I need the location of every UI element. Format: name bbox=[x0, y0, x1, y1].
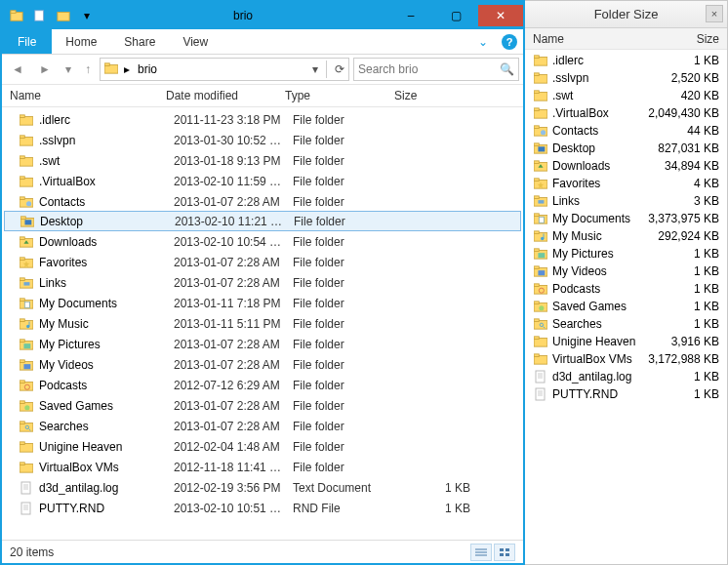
table-row[interactable]: My Pictures2013-01-07 2:28 AMFile folder bbox=[2, 334, 523, 354]
crumb-sep[interactable]: ▸ bbox=[122, 62, 132, 76]
list-item[interactable]: .VirtualBox2,049,430 KB bbox=[525, 104, 727, 122]
list-item[interactable]: Contacts44 KB bbox=[525, 122, 727, 140]
panel-close-button[interactable]: × bbox=[706, 5, 723, 22]
close-button[interactable]: ✕ bbox=[478, 5, 523, 26]
panel-col-size[interactable]: Size bbox=[641, 32, 719, 46]
file-date: 2012-02-19 3:56 PM bbox=[174, 481, 293, 495]
ribbon-share[interactable]: Share bbox=[110, 29, 169, 54]
table-row[interactable]: My Videos2013-01-07 2:28 AMFile folder bbox=[2, 354, 523, 375]
file-icon bbox=[18, 480, 35, 496]
svg-rect-67 bbox=[500, 553, 504, 556]
item-size: 44 KB bbox=[641, 124, 719, 138]
list-item[interactable]: Favorites4 KB bbox=[525, 175, 727, 192]
list-item[interactable]: Searches1 KB bbox=[525, 315, 727, 333]
downloads-icon bbox=[18, 234, 35, 250]
ribbon-view[interactable]: View bbox=[169, 29, 222, 54]
desktop-icon bbox=[533, 141, 548, 155]
ribbon-file[interactable]: File bbox=[2, 29, 52, 54]
table-row[interactable]: Searches2013-01-07 2:28 AMFile folder bbox=[2, 416, 523, 436]
col-name[interactable]: Name bbox=[2, 85, 158, 106]
maximize-button[interactable]: ▢ bbox=[433, 5, 478, 26]
list-item[interactable]: Saved Games1 KB bbox=[525, 298, 727, 315]
file-type: File folder bbox=[293, 256, 402, 269]
folder-icon bbox=[533, 335, 548, 348]
table-row[interactable]: Unigine Heaven2012-02-04 1:48 AMFile fol… bbox=[2, 436, 523, 457]
expand-ribbon-icon[interactable]: ⌄ bbox=[470, 29, 496, 54]
thumbnails-view-icon[interactable] bbox=[494, 544, 515, 561]
list-item[interactable]: .sslvpn2,520 KB bbox=[525, 69, 727, 87]
table-row[interactable]: .VirtualBox2013-02-10 11:59 …File folder bbox=[2, 171, 523, 191]
svg-rect-96 bbox=[544, 233, 545, 238]
col-date[interactable]: Date modified bbox=[158, 85, 277, 106]
address-bar[interactable]: ▸ brio ▾ ⟳ bbox=[100, 58, 349, 81]
list-item[interactable]: Downloads34,894 KB bbox=[525, 157, 727, 175]
file-name: Desktop bbox=[40, 215, 175, 228]
table-row[interactable]: Links2013-01-07 2:28 AMFile folder bbox=[2, 272, 523, 293]
quick-dropdown-icon[interactable]: ▾ bbox=[76, 6, 98, 25]
address-dropdown-icon[interactable]: ▾ bbox=[312, 62, 318, 76]
item-name: Links bbox=[552, 194, 641, 208]
list-item[interactable]: .swt420 KB bbox=[525, 87, 727, 104]
list-item[interactable]: My Pictures1 KB bbox=[525, 245, 727, 262]
quick-properties-icon[interactable] bbox=[53, 6, 74, 25]
list-item[interactable]: My Videos1 KB bbox=[525, 262, 727, 280]
item-name: Saved Games bbox=[552, 300, 641, 313]
table-row[interactable]: My Music2013-01-11 5:11 PMFile folder bbox=[2, 313, 523, 334]
table-row[interactable]: VirtualBox VMs2012-11-18 11:41 …File fol… bbox=[2, 457, 523, 477]
list-item[interactable]: d3d_antilag.log1 KB bbox=[525, 368, 727, 385]
ribbon-home[interactable]: Home bbox=[52, 29, 110, 54]
file-name: Downloads bbox=[39, 235, 174, 249]
minimize-button[interactable]: – bbox=[388, 5, 433, 26]
item-name: .swt bbox=[552, 89, 641, 102]
svg-rect-110 bbox=[534, 319, 539, 322]
forward-button[interactable]: ► bbox=[33, 58, 57, 81]
table-row[interactable]: Podcasts2012-07-12 6:29 AMFile folder bbox=[2, 375, 523, 395]
panel-title-bar[interactable]: Folder Size × bbox=[525, 1, 727, 28]
svg-rect-116 bbox=[534, 354, 539, 357]
list-item[interactable]: Podcasts1 KB bbox=[525, 280, 727, 298]
col-type[interactable]: Type bbox=[277, 85, 386, 106]
panel-list[interactable]: .idlerc1 KB.sslvpn2,520 KB.swt420 KB.Vir… bbox=[525, 50, 727, 564]
svg-rect-113 bbox=[534, 339, 547, 347]
col-size[interactable]: Size bbox=[386, 85, 494, 106]
table-row[interactable]: .idlerc2011-11-23 3:18 PMFile folder bbox=[2, 109, 523, 130]
item-name: Contacts bbox=[552, 124, 641, 138]
table-row[interactable]: Favorites2013-01-07 2:28 AMFile folder bbox=[2, 252, 523, 272]
list-item[interactable]: Desktop827,031 KB bbox=[525, 140, 727, 157]
list-item[interactable]: Unigine Heaven3,916 KB bbox=[525, 333, 727, 350]
table-row[interactable]: Contacts2013-01-07 2:28 AMFile folder bbox=[2, 191, 523, 212]
table-row[interactable]: d3d_antilag.log2012-02-19 3:56 PMText Do… bbox=[2, 477, 523, 498]
item-size: 420 KB bbox=[641, 89, 719, 102]
search-input[interactable]: Search brio 🔍 bbox=[353, 58, 519, 81]
svg-rect-31 bbox=[20, 318, 24, 321]
table-row[interactable]: Downloads2013-02-10 10:54 …File folder bbox=[2, 231, 523, 252]
titlebar[interactable]: ▾ brio – ▢ ✕ bbox=[2, 2, 523, 29]
refresh-button[interactable]: ⟳ bbox=[335, 62, 344, 76]
table-row[interactable]: My Documents2013-01-11 7:18 PMFile folde… bbox=[2, 293, 523, 313]
list-item[interactable]: PUTTY.RND1 KB bbox=[525, 385, 727, 403]
panel-col-name[interactable]: Name bbox=[533, 32, 641, 46]
table-row[interactable]: .swt2013-01-18 9:13 PMFile folder bbox=[2, 150, 523, 171]
up-button[interactable]: ↑ bbox=[80, 58, 96, 81]
details-view-icon[interactable] bbox=[470, 544, 492, 561]
quick-new-folder-icon[interactable] bbox=[29, 6, 51, 25]
list-item[interactable]: VirtualBox VMs3,172,988 KB bbox=[525, 350, 727, 368]
list-item[interactable]: .idlerc1 KB bbox=[525, 52, 727, 69]
file-list[interactable]: .idlerc2011-11-23 3:18 PMFile folder.ssl… bbox=[2, 107, 523, 540]
recent-dropdown[interactable]: ▾ bbox=[61, 58, 76, 81]
item-size: 1 KB bbox=[641, 282, 719, 296]
list-item[interactable]: My Music292,924 KB bbox=[525, 227, 727, 245]
file-name: My Videos bbox=[39, 358, 174, 372]
table-row[interactable]: .sslvpn2013-01-30 10:52 …File folder bbox=[2, 130, 523, 150]
table-row[interactable]: Saved Games2013-01-07 2:28 AMFile folder bbox=[2, 395, 523, 416]
games-icon bbox=[533, 300, 548, 313]
list-item[interactable]: My Documents3,373,975 KB bbox=[525, 210, 727, 227]
list-item[interactable]: Links3 KB bbox=[525, 192, 727, 210]
table-row[interactable]: Desktop2013-02-10 11:21 …File folder bbox=[4, 211, 521, 231]
table-row[interactable]: PUTTY.RND2013-02-10 10:51 …RND File1 KB bbox=[2, 498, 523, 518]
folder-icon bbox=[18, 133, 35, 148]
app-icon[interactable] bbox=[6, 6, 27, 25]
back-button[interactable]: ◄ bbox=[6, 58, 29, 81]
help-icon[interactable]: ? bbox=[502, 34, 517, 50]
crumb-brio[interactable]: brio bbox=[136, 62, 159, 76]
